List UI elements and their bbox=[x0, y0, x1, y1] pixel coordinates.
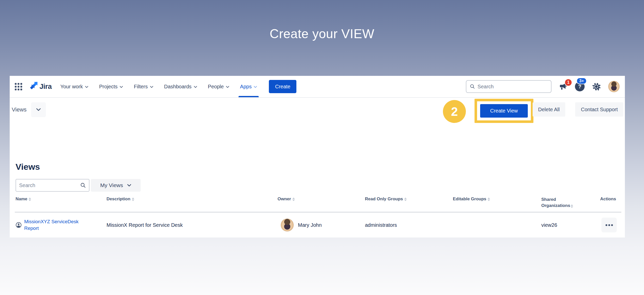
row-actions-button[interactable] bbox=[601, 218, 617, 232]
views-filter-dropdown[interactable]: My Views bbox=[91, 179, 141, 192]
views-toolbar: Views 2 Create View Delete All Contact S… bbox=[10, 98, 625, 126]
nav-item-dashboards[interactable]: Dashboards bbox=[164, 76, 197, 97]
owner-cell: Mary John bbox=[281, 213, 322, 237]
owner-name: Mary John bbox=[298, 222, 322, 228]
chevron-down-icon bbox=[150, 86, 153, 88]
delete-all-button[interactable]: Delete All bbox=[533, 102, 566, 117]
global-search[interactable] bbox=[466, 80, 551, 93]
help-button[interactable]: ? 3+ bbox=[575, 82, 585, 91]
notifications-button[interactable]: 1 bbox=[558, 82, 568, 91]
ellipsis-icon bbox=[606, 224, 607, 226]
column-header-shared-organizations[interactable]: Shared Organizations bbox=[541, 196, 583, 209]
column-header-name[interactable]: Name bbox=[16, 196, 31, 202]
sort-icon bbox=[404, 198, 407, 201]
search-icon bbox=[470, 84, 475, 89]
jira-logo-icon bbox=[28, 81, 37, 92]
nav-item-projects[interactable]: Projects bbox=[99, 76, 123, 97]
views-breadcrumb-label: Views bbox=[12, 106, 27, 113]
settings-button[interactable] bbox=[592, 82, 601, 91]
tutorial-step-badge: 2 bbox=[443, 100, 466, 123]
column-header-owner[interactable]: Owner bbox=[278, 196, 295, 202]
views-search-input[interactable] bbox=[19, 182, 80, 188]
search-input[interactable] bbox=[478, 84, 547, 90]
user-circle-icon bbox=[16, 222, 22, 228]
owner-avatar bbox=[281, 218, 294, 232]
create-button[interactable]: Create bbox=[269, 80, 296, 93]
sort-icon bbox=[571, 204, 573, 208]
chevron-down-icon bbox=[127, 184, 131, 187]
user-avatar[interactable] bbox=[608, 81, 620, 92]
navbar-right: 1 ? 3+ bbox=[466, 80, 620, 93]
chevron-down-icon bbox=[194, 86, 197, 88]
name-cell: MissionXYZ ServiceDesk Report bbox=[16, 213, 80, 237]
help-badge: 3+ bbox=[576, 78, 587, 84]
column-header-read-only-groups[interactable]: Read Only Groups bbox=[365, 196, 407, 202]
views-search[interactable] bbox=[16, 179, 89, 192]
notification-badge: 1 bbox=[564, 79, 572, 86]
chevron-down-icon bbox=[254, 86, 257, 88]
jira-app-panel: Jira Your work Projects Filters Dashboar… bbox=[10, 76, 625, 237]
read-only-groups-cell: administrators bbox=[365, 213, 397, 237]
actions-cell bbox=[601, 213, 617, 237]
nav-item-filters[interactable]: Filters bbox=[134, 76, 153, 97]
sort-icon bbox=[488, 198, 490, 201]
search-icon bbox=[80, 182, 86, 188]
jira-logo[interactable]: Jira bbox=[28, 81, 52, 92]
sort-icon bbox=[132, 198, 134, 201]
gear-icon bbox=[592, 82, 601, 91]
nav-item-your-work[interactable]: Your work bbox=[60, 76, 88, 97]
table-header-row: Name Description Owner Read Only Groups … bbox=[10, 196, 625, 212]
primary-nav: Your work Projects Filters Dashboards Pe… bbox=[60, 76, 257, 97]
description-cell: MissionX Report for Service Desk bbox=[107, 213, 183, 237]
view-name-link[interactable]: MissionXYZ ServiceDesk Report bbox=[24, 218, 80, 231]
contact-support-button[interactable]: Contact Support bbox=[575, 102, 623, 117]
chevron-down-icon bbox=[85, 86, 88, 88]
column-header-description[interactable]: Description bbox=[107, 196, 134, 202]
page-title: Views bbox=[16, 162, 40, 172]
tutorial-highlight-box: Create View bbox=[475, 99, 533, 123]
sort-icon bbox=[292, 198, 295, 201]
chevron-down-icon bbox=[226, 86, 229, 88]
views-dropdown-button[interactable] bbox=[31, 102, 46, 117]
create-view-button[interactable]: Create View bbox=[480, 104, 528, 118]
nav-item-apps[interactable]: Apps bbox=[240, 76, 257, 97]
column-header-actions: Actions bbox=[600, 196, 616, 202]
shared-organizations-cell: view26 bbox=[541, 213, 557, 237]
chevron-down-icon bbox=[120, 86, 123, 88]
sort-icon bbox=[29, 198, 31, 201]
jira-wordmark: Jira bbox=[40, 82, 52, 91]
top-navbar: Jira Your work Projects Filters Dashboar… bbox=[10, 76, 625, 98]
column-header-editable-groups[interactable]: Editable Groups bbox=[453, 196, 490, 202]
nav-item-people[interactable]: People bbox=[208, 76, 229, 97]
table-row: MissionXYZ ServiceDesk Report MissionX R… bbox=[10, 213, 625, 237]
tutorial-title: Create your VIEW bbox=[0, 26, 644, 41]
chevron-down-icon bbox=[36, 108, 41, 111]
app-switcher-icon[interactable] bbox=[15, 83, 22, 90]
